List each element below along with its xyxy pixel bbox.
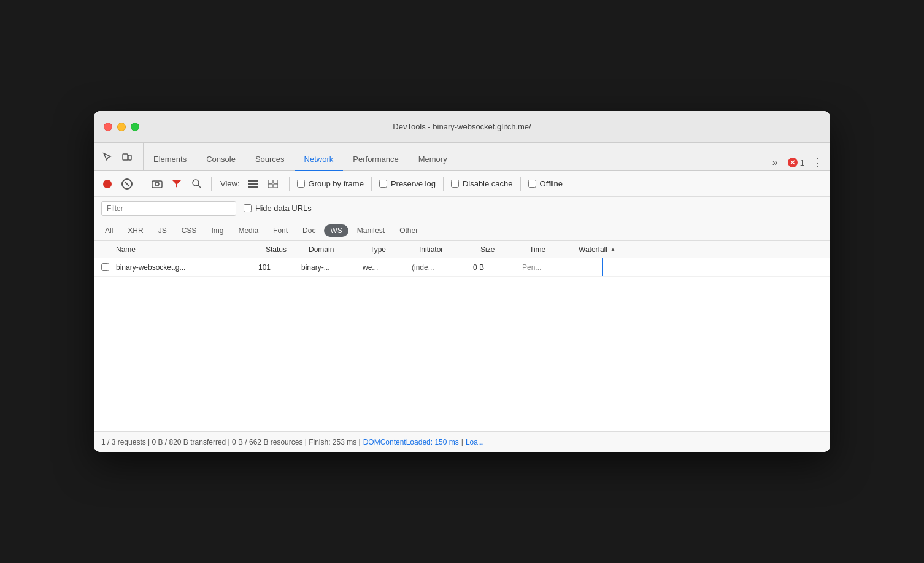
error-count: 1 bbox=[800, 158, 804, 167]
traffic-lights bbox=[104, 123, 139, 131]
row-select-checkbox[interactable] bbox=[101, 263, 109, 271]
type-btn-manifest[interactable]: Manifest bbox=[351, 224, 391, 237]
hide-data-urls-checkbox[interactable] bbox=[244, 204, 252, 212]
group-view-button[interactable] bbox=[264, 175, 282, 193]
type-btn-all[interactable]: All bbox=[99, 224, 119, 237]
error-icon: ✕ bbox=[788, 158, 798, 167]
type-btn-doc[interactable]: Doc bbox=[296, 224, 321, 237]
tabbar-right: » ✕ 1 ⋮ bbox=[763, 155, 825, 170]
toolbar-divider-4 bbox=[520, 177, 521, 191]
filter-input[interactable] bbox=[101, 201, 236, 216]
minimize-button[interactable] bbox=[117, 123, 126, 131]
type-filter-bar: All XHR JS CSS Img Media Font Doc WS Man… bbox=[94, 220, 830, 241]
svg-rect-8 bbox=[248, 186, 258, 188]
tab-memory[interactable]: Memory bbox=[409, 148, 457, 171]
tabs-list: Elements Console Sources Network Perform… bbox=[144, 143, 763, 170]
tab-performance[interactable]: Performance bbox=[343, 148, 408, 171]
type-btn-font[interactable]: Font bbox=[267, 224, 294, 237]
more-options-button[interactable]: ⋮ bbox=[809, 156, 825, 169]
row-time: Pen... bbox=[522, 263, 571, 272]
status-text: 1 / 3 requests | 0 B / 820 B transferred… bbox=[101, 438, 361, 446]
row-checkbox bbox=[99, 263, 111, 271]
row-domain: binary-... bbox=[301, 263, 363, 272]
type-btn-css[interactable]: CSS bbox=[175, 224, 203, 237]
network-table-container: Name Status Domain Type Initiator Size T… bbox=[94, 241, 830, 431]
filter-icon bbox=[172, 180, 182, 188]
svg-line-5 bbox=[198, 185, 201, 188]
more-tabs-button[interactable]: » bbox=[768, 155, 783, 170]
waterfall-line bbox=[602, 258, 603, 276]
tab-sources[interactable]: Sources bbox=[245, 148, 295, 171]
row-initiator: (inde... bbox=[412, 263, 473, 272]
type-btn-xhr[interactable]: XHR bbox=[121, 224, 149, 237]
group-view-icon bbox=[268, 180, 278, 188]
search-button[interactable] bbox=[188, 175, 205, 193]
screenshot-button[interactable] bbox=[148, 175, 166, 193]
col-header-domain: Domain bbox=[309, 245, 370, 254]
tabbar-tools bbox=[99, 143, 144, 170]
row-name: binary-websocket.g... bbox=[111, 263, 258, 272]
devtools-window: DevTools - binary-websocket.glitch.me/ E… bbox=[94, 111, 830, 452]
tab-elements[interactable]: Elements bbox=[144, 148, 196, 171]
preserve-log-checkbox[interactable] bbox=[379, 180, 387, 188]
maximize-button[interactable] bbox=[131, 123, 139, 131]
disable-cache-checkbox[interactable] bbox=[451, 180, 459, 188]
dom-content-loaded-link[interactable]: DOMContentLoaded: 150 ms bbox=[363, 438, 459, 446]
device-toolbar-button[interactable] bbox=[118, 148, 136, 166]
load-link[interactable]: Loa... bbox=[466, 438, 484, 446]
svg-rect-11 bbox=[268, 184, 272, 188]
svg-point-3 bbox=[155, 182, 159, 186]
toolbar-divider-2 bbox=[371, 177, 372, 191]
col-header-type: Type bbox=[370, 245, 419, 254]
tab-console[interactable]: Console bbox=[196, 148, 245, 171]
close-button[interactable] bbox=[104, 123, 112, 131]
col-header-initiator: Initiator bbox=[419, 245, 480, 254]
filterbar: Hide data URLs bbox=[94, 197, 830, 220]
type-btn-other[interactable]: Other bbox=[393, 224, 424, 237]
svg-rect-1 bbox=[128, 155, 131, 160]
record-button[interactable] bbox=[99, 175, 116, 193]
type-btn-img[interactable]: Img bbox=[205, 224, 229, 237]
error-badge: ✕ 1 bbox=[788, 158, 804, 167]
inspect-element-button[interactable] bbox=[99, 148, 116, 166]
type-btn-ws[interactable]: WS bbox=[324, 224, 348, 237]
col-header-size: Size bbox=[480, 245, 529, 254]
table-row[interactable]: binary-websocket.g... 101 binary-... we.… bbox=[94, 258, 830, 277]
offline-checkbox[interactable] bbox=[528, 180, 536, 188]
clear-button[interactable] bbox=[118, 175, 136, 193]
svg-rect-12 bbox=[274, 184, 278, 188]
col-header-name: Name bbox=[94, 245, 266, 254]
type-btn-media[interactable]: Media bbox=[232, 224, 264, 237]
titlebar: DevTools - binary-websocket.glitch.me/ bbox=[94, 111, 830, 143]
camera-icon bbox=[152, 180, 163, 188]
toolbar-separator-2 bbox=[211, 177, 212, 191]
row-type: we... bbox=[363, 263, 412, 272]
svg-rect-7 bbox=[248, 183, 258, 185]
status-separator: | bbox=[461, 438, 463, 446]
clear-icon bbox=[121, 178, 133, 190]
offline-label[interactable]: Offline bbox=[528, 179, 563, 188]
svg-rect-0 bbox=[123, 154, 128, 160]
list-view-icon bbox=[248, 180, 258, 188]
svg-rect-10 bbox=[274, 180, 278, 183]
type-btn-js[interactable]: JS bbox=[152, 224, 173, 237]
group-by-frame-label[interactable]: Group by frame bbox=[297, 179, 364, 188]
sort-arrow-icon: ▲ bbox=[610, 246, 616, 253]
row-waterfall bbox=[571, 258, 830, 276]
tab-network[interactable]: Network bbox=[295, 148, 344, 171]
col-header-waterfall[interactable]: Waterfall ▲ bbox=[579, 245, 830, 254]
hide-data-urls-label[interactable]: Hide data URLs bbox=[244, 204, 312, 213]
svg-rect-6 bbox=[248, 180, 258, 182]
network-toolbar: View: Group by frame Preserv bbox=[94, 171, 830, 197]
preserve-log-label[interactable]: Preserve log bbox=[379, 179, 436, 188]
group-by-frame-checkbox[interactable] bbox=[297, 180, 305, 188]
list-view-button[interactable] bbox=[245, 175, 262, 193]
tabbar: Elements Console Sources Network Perform… bbox=[94, 143, 830, 171]
svg-rect-9 bbox=[268, 180, 272, 183]
record-icon bbox=[103, 180, 112, 188]
filter-button[interactable] bbox=[168, 175, 185, 193]
toolbar-divider-1 bbox=[289, 177, 290, 191]
svg-point-4 bbox=[193, 180, 199, 186]
toolbar-separator-1 bbox=[142, 177, 142, 191]
disable-cache-label[interactable]: Disable cache bbox=[451, 179, 513, 188]
